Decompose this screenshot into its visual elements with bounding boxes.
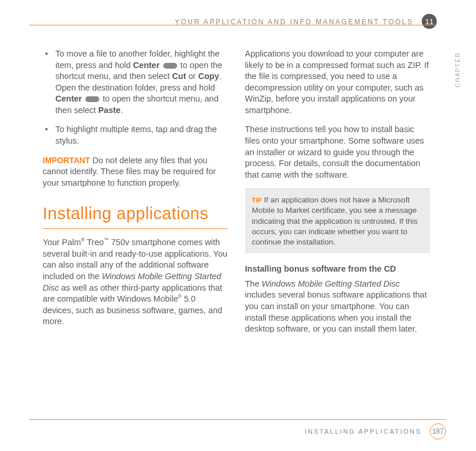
- center-label-2: Center: [55, 94, 82, 103]
- copy-label: Copy: [198, 72, 219, 81]
- paragraph-instructions: These instructions tell you how to insta…: [245, 124, 430, 181]
- p3-disc: Windows Mobile Getting Started Disc: [262, 279, 400, 288]
- tip-label: TIP: [252, 197, 262, 204]
- tm-mark: ™: [104, 238, 109, 243]
- heading-installing-applications: Installing applications: [43, 202, 228, 225]
- p3-a: The: [245, 279, 262, 288]
- heading-underline: [43, 228, 228, 229]
- header-divider: [29, 25, 437, 25]
- cut-label: Cut: [172, 72, 186, 81]
- paragraph-bonus: The Windows Mobile Getting Started Disc …: [245, 279, 430, 335]
- left-column: To move a file to another folder, highli…: [43, 48, 228, 405]
- para-b: Treo: [85, 238, 104, 247]
- or-text: or: [186, 72, 198, 81]
- content-columns: To move a file to another folder, highli…: [43, 48, 430, 405]
- footer-section-title: INSTALLING APPLICATIONS: [305, 428, 422, 435]
- important-paragraph: IMPORTANT Do not delete any files that y…: [43, 155, 228, 189]
- bullet1-text-e: .: [121, 106, 123, 115]
- center-label: Center: [133, 61, 160, 70]
- center-button-icon-2: [85, 96, 99, 102]
- footer-divider: [29, 419, 446, 420]
- bullet-highlight-multiple: To highlight multiple items, tap and dra…: [55, 124, 228, 146]
- chapter-side-label: CHAPTER: [455, 52, 461, 88]
- important-label: IMPORTANT: [43, 156, 90, 165]
- tip-text: If an application does not have a Micros…: [252, 196, 418, 246]
- chapter-number-badge: 11: [422, 14, 437, 29]
- right-column: Applications you download to your comput…: [245, 48, 430, 405]
- page-number-badge: 187: [430, 423, 446, 439]
- tip-box: TIP If an application does not have a Mi…: [245, 189, 430, 253]
- subhead-bonus-software: Installing bonus software from the CD: [245, 264, 430, 275]
- center-button-icon: [163, 63, 177, 69]
- bullet-move-file: To move a file to another folder, highli…: [55, 48, 228, 116]
- intro-paragraph: Your Palm® Treo™ 750v smartphone comes w…: [43, 237, 228, 328]
- p3-b: includes several bonus software applicat…: [245, 290, 427, 333]
- para-a: Your Palm: [43, 238, 81, 247]
- paragraph-compressed: Applications you download to your comput…: [245, 48, 430, 116]
- paste-label: Paste: [98, 106, 121, 115]
